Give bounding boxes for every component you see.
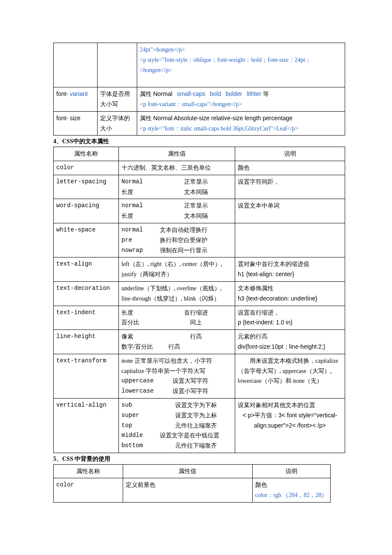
- desc-code: < p>平方值：3< font style="vertical-align:su…: [238, 410, 342, 431]
- table-row: line-height 像素行高 数字/百分比行高 元素的行高 div{font…: [54, 330, 345, 354]
- desc-code: h3 {text-decoration: underline}: [238, 294, 342, 304]
- desc-line: 文本修饰属性: [238, 283, 342, 294]
- prop-desc: 设置字符间距，: [235, 175, 345, 199]
- prop-name: color: [54, 161, 119, 175]
- prop-desc: 颜色: [235, 161, 345, 175]
- val-normal: Normal: [153, 90, 173, 97]
- table-row: vertical-align sub设置文字为下标 super设置文字为上标 t…: [54, 398, 345, 453]
- table-row: font- variant 字体是否用大小写 属性 Normal small-c…: [54, 87, 345, 112]
- table-row: text-align left（左）, right（右）, center（居中）…: [54, 257, 345, 282]
- prop-name-suffix: variant: [70, 90, 88, 97]
- prop-name: text-indent: [54, 306, 119, 330]
- prop-value: 定义前景色: [123, 478, 253, 503]
- code-example: <p style="font：italic small-caps bold 36…: [140, 125, 298, 132]
- section-title-4: 4、CSS中的文本属性: [53, 136, 345, 147]
- table-row: color 定义前景色 颜色 color：rgb （204，82，28）: [54, 478, 331, 503]
- table-text-props: 属性名称 属性值 说明 color 十六进制、英文名称、三原色单位 颜色 let…: [53, 147, 345, 453]
- prop-name: text-transform: [54, 354, 119, 398]
- desc-code: p {text-indent: 1.0 in}: [238, 318, 342, 328]
- val-line: none 正常显示可以包含大，小字符: [121, 356, 232, 366]
- table-header-row: 属性名称 属性值 说明: [54, 147, 345, 161]
- code-example: 24pt">hongen</p>: [140, 46, 185, 53]
- val-prefix: 属性: [140, 91, 152, 97]
- prop-value: underline（下划线）, overline（底线）, line-throu…: [119, 281, 235, 306]
- val-lighter: lithter: [247, 90, 261, 97]
- prop-value: left（左）, right（右）, center（居中）, justify（两…: [119, 257, 235, 282]
- table-row: text-decoration underline（下划线）, overline…: [54, 281, 345, 306]
- prop-value: 十六进制、英文名称、三原色单位: [119, 161, 235, 175]
- val-bolder: bolder: [226, 90, 242, 97]
- desc-line: 置对象中首行文本的缩进值: [238, 259, 342, 269]
- col-header-desc: 说明: [252, 464, 330, 478]
- prop-name: letter-spacing: [54, 175, 119, 199]
- desc-code: color：rgb （204，82，28）: [255, 490, 328, 500]
- col-header-name: 属性名称: [54, 147, 119, 161]
- table-row: letter-spacing Normal正常显示 长度文本间隔 设置字符间距，: [54, 175, 345, 199]
- prop-name: white-space: [54, 223, 119, 257]
- table-background: 属性名称 属性值 说明 color 定义前景色 颜色 color：rgb （20…: [53, 464, 331, 503]
- prop-name: line-height: [54, 330, 119, 354]
- prop-name: word-spacing: [54, 199, 119, 223]
- code-example: <p style="font-style：oblique；font-weight…: [140, 57, 311, 63]
- prop-desc: 字体是否用大小写: [98, 87, 137, 112]
- table-row: 24pt">hongen</p> <p style="font-style：ob…: [54, 43, 345, 87]
- prop-desc: 用来设置文本格式转换，capitalize（首字母大写）, uppercase（…: [235, 354, 345, 398]
- desc-code: h1 {text-align: center}: [238, 269, 342, 280]
- prop-name: vertical-align: [54, 398, 119, 453]
- desc-line: 元素的行高: [238, 332, 342, 342]
- section-title-5: 5、CSS 中背景的使用: [53, 454, 345, 464]
- col-header-name: 属性名称: [54, 464, 123, 478]
- table-row: word-spacing normal正常显示 长度文本间隔 设置文本中单词: [54, 199, 345, 223]
- val-bold: bold: [210, 90, 221, 97]
- val-rest: Normal Absolute-size relative-size lengt…: [153, 115, 293, 121]
- prop-name: font- size: [54, 111, 98, 136]
- prop-name: color: [54, 478, 123, 503]
- val-prefix: 属性: [140, 115, 152, 121]
- desc-line: 设某对象相对其他文本的位置: [238, 400, 342, 410]
- code-example: <p font-variant：small-caps">hongen</p>: [140, 101, 242, 107]
- col-header-value: 属性值: [123, 464, 253, 478]
- code-example: >hongen</p>: [140, 67, 172, 73]
- table-row: color 十六进制、英文名称、三原色单位 颜色: [54, 161, 345, 175]
- table-header-row: 属性名称 属性值 说明: [54, 464, 331, 478]
- prop-name: text-align: [54, 257, 119, 282]
- val-line: capitalize 字符串第一个字符大写: [121, 366, 232, 376]
- val-smallcaps: small-caps: [177, 90, 205, 97]
- col-header-value: 属性值: [119, 147, 235, 161]
- table-row: font- size 定义字体的大小 属性 Normal Absolute-si…: [54, 111, 345, 136]
- table-row: text-indent 长度首行缩进 百分比同上 设置首行缩进， p {text…: [54, 306, 345, 330]
- table-row: white-space normal文本自动处理换行 pre换行和空白受保护 n…: [54, 223, 345, 257]
- col-header-desc: 说明: [235, 147, 345, 161]
- prop-desc: 定义字体的大小: [98, 111, 137, 136]
- desc-line: 颜色: [255, 480, 328, 490]
- desc-code: div{font-size:10pt；line-height:2;}: [238, 342, 342, 352]
- prop-name-prefix: font-: [56, 90, 70, 97]
- desc-line: 设置首行缩进，: [238, 308, 342, 318]
- table-font-cont: 24pt">hongen</p> <p style="font-style：ob…: [53, 43, 345, 136]
- val-suffix: 等: [263, 91, 269, 97]
- prop-name: text-decoration: [54, 281, 119, 306]
- table-row: text-transform none 正常显示可以包含大，小字符 capita…: [54, 354, 345, 398]
- prop-desc: 设置文本中单词: [235, 199, 345, 223]
